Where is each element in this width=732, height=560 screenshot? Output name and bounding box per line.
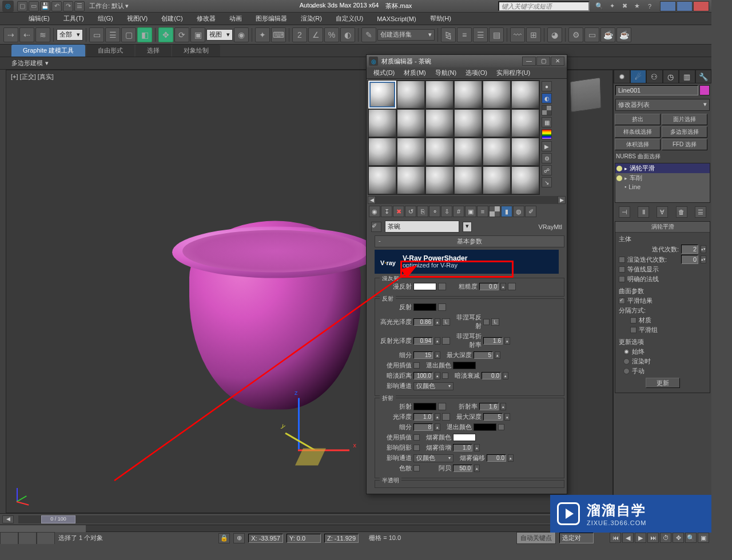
material-slot[interactable] bbox=[368, 166, 396, 194]
qat-save-icon[interactable]: 💾 bbox=[40, 1, 50, 11]
tab-create-icon[interactable]: ✹ bbox=[614, 70, 630, 83]
show-end-result-icon[interactable]: ≡ bbox=[477, 206, 488, 217]
menu-create[interactable]: 创建(C) bbox=[156, 13, 188, 24]
iterations-spinner[interactable]: 2 bbox=[681, 245, 698, 254]
refr-affect-combo[interactable]: 仅颜色▾ bbox=[413, 454, 453, 462]
selection-filter-combo[interactable]: 全部▾ bbox=[57, 29, 83, 41]
select-by-mat-icon[interactable]: ☍ bbox=[542, 165, 552, 175]
spinner-arrows-icon[interactable]: ▴ bbox=[435, 413, 440, 421]
fog-mult-spinner[interactable]: 1.0 bbox=[453, 444, 472, 451]
material-slot[interactable] bbox=[511, 138, 539, 166]
menu-rendering[interactable]: 渲染(R) bbox=[295, 13, 328, 24]
menu-maxscript[interactable]: MAXScript(M) bbox=[371, 14, 421, 23]
stack-turbosmooth[interactable]: ▸涡轮平滑 bbox=[615, 163, 710, 173]
abbe-spinner[interactable]: 50.0 bbox=[453, 465, 472, 472]
spinner-arrows-icon[interactable]: ▴ bbox=[508, 454, 514, 462]
maximize-button[interactable] bbox=[677, 1, 693, 11]
layers-icon[interactable]: ☰ bbox=[473, 27, 488, 42]
time-slider-handle[interactable]: 0 / 100 bbox=[41, 515, 75, 523]
lamp-icon[interactable] bbox=[616, 166, 622, 171]
material-slot[interactable] bbox=[483, 166, 511, 194]
material-slot[interactable] bbox=[425, 81, 453, 109]
play-back-icon[interactable]: ◀ bbox=[622, 533, 634, 543]
workspace-label[interactable]: 工作台: 默认 bbox=[89, 2, 124, 10]
named-sel-combo[interactable]: 创建选择集▾ bbox=[377, 29, 435, 41]
hgloss-lock-button[interactable]: L bbox=[442, 318, 450, 326]
show-in-viewport-icon[interactable]: ▣ bbox=[465, 206, 476, 217]
spinner-snap-icon[interactable]: ◐ bbox=[340, 27, 355, 42]
smooth-result-checkbox[interactable] bbox=[619, 298, 625, 304]
lamp-icon[interactable] bbox=[616, 175, 622, 181]
select-name-icon[interactable]: ☰ bbox=[105, 27, 120, 42]
options-icon[interactable]: ⚙ bbox=[542, 153, 552, 163]
material-slot[interactable] bbox=[511, 109, 539, 137]
sb-btn[interactable] bbox=[18, 532, 37, 544]
nav-pan-icon[interactable]: ✥ bbox=[673, 533, 684, 543]
material-slot[interactable] bbox=[368, 109, 396, 137]
ior-spinner[interactable]: 1.6 bbox=[479, 403, 499, 410]
select-scale-icon[interactable]: ▣ bbox=[190, 27, 205, 42]
ribbon-tab-objectpaint[interactable]: 对象绘制 bbox=[172, 45, 220, 57]
configure-sets-icon[interactable]: ☰ bbox=[695, 206, 706, 218]
mod-btn-polysel[interactable]: 多边形选择 bbox=[662, 126, 707, 138]
material-slot[interactable] bbox=[454, 81, 482, 109]
spinner-arrows-icon[interactable]: ▴ bbox=[435, 337, 440, 345]
app-logo[interactable]: ◎ bbox=[2, 1, 14, 12]
scroll-left-icon[interactable]: ◀ bbox=[368, 196, 376, 204]
rollout-basic-params-header[interactable]: - 基本参数 bbox=[375, 235, 564, 247]
refl-affect-combo[interactable]: 仅颜色▾ bbox=[413, 382, 453, 390]
use-pivot-icon[interactable]: ◉ bbox=[234, 27, 249, 42]
search-icon[interactable]: 🔍 bbox=[594, 1, 604, 11]
qat-project-icon[interactable]: ☰ bbox=[74, 1, 85, 11]
tab-motion-icon[interactable]: ◷ bbox=[663, 70, 679, 83]
play-prev-icon[interactable]: ⏮ bbox=[610, 533, 621, 543]
video-check-icon[interactable] bbox=[542, 129, 552, 139]
spinner-arrows-icon[interactable]: ▴ bbox=[495, 351, 500, 359]
gizmo-y-axis[interactable] bbox=[285, 433, 315, 451]
put-to-library-icon[interactable]: ⇩ bbox=[441, 206, 452, 217]
ribbon-tab-selection[interactable]: 选择 bbox=[136, 45, 171, 57]
roughness-spinner[interactable]: 0.0 bbox=[479, 283, 499, 290]
dim-falloff-spinner[interactable]: 0.0 bbox=[482, 372, 501, 379]
update-button[interactable]: 更新 bbox=[646, 378, 680, 388]
material-slot[interactable] bbox=[454, 166, 482, 194]
select-link-icon[interactable]: ⇢ bbox=[3, 27, 18, 42]
mateditor-titlebar[interactable]: ◎ 材质编辑器 - 茶碗 — ▢ ✕ bbox=[367, 55, 567, 67]
material-slot[interactable] bbox=[397, 81, 425, 109]
update-manual-radio[interactable] bbox=[623, 368, 630, 374]
qat-open-icon[interactable]: ▭ bbox=[29, 1, 39, 11]
menu-views[interactable]: 视图(V) bbox=[121, 13, 154, 24]
qat-new-icon[interactable]: ▢ bbox=[17, 1, 27, 11]
material-slot[interactable] bbox=[511, 166, 539, 194]
material-slot[interactable] bbox=[483, 81, 511, 109]
sep-material-checkbox[interactable] bbox=[630, 317, 636, 323]
snap-percent-icon[interactable]: % bbox=[324, 27, 339, 42]
spinner-arrows-icon[interactable]: ▴ bbox=[474, 444, 480, 451]
material-slot-selected[interactable] bbox=[368, 81, 396, 109]
mateditor-close[interactable]: ✕ bbox=[551, 57, 564, 66]
coord-z[interactable]: Z: -11.929 bbox=[324, 534, 359, 543]
tab-display-icon[interactable]: ▥ bbox=[679, 70, 695, 83]
tab-utilities-icon[interactable]: 🔧 bbox=[695, 70, 712, 83]
make-copy-icon[interactable]: ⎘ bbox=[417, 206, 428, 217]
menu-edit[interactable]: 编辑(E) bbox=[23, 13, 55, 24]
show-end-result-icon[interactable]: Ⅱ bbox=[638, 206, 649, 218]
coord-y[interactable]: Y: 0.0 bbox=[287, 534, 321, 543]
refr-exit-checkbox[interactable] bbox=[498, 424, 504, 430]
refract-color-swatch[interactable] bbox=[413, 403, 436, 410]
rollout-header[interactable]: 涡轮平滑 bbox=[615, 222, 710, 233]
backlight-icon[interactable]: ◐ bbox=[542, 93, 552, 103]
render-production-icon[interactable]: ☕ bbox=[600, 27, 615, 42]
time-config-icon[interactable]: ⏱ bbox=[660, 533, 671, 543]
menu-help[interactable]: 帮助(H) bbox=[424, 13, 457, 24]
layer-explorer-icon[interactable]: ▤ bbox=[489, 27, 504, 42]
fresnel-checkbox[interactable] bbox=[483, 319, 490, 325]
material-slot[interactable] bbox=[425, 138, 453, 166]
make-unique-icon[interactable]: ∀ bbox=[657, 206, 668, 218]
me-menu-options[interactable]: 选项(O) bbox=[462, 68, 491, 78]
modifier-stack[interactable]: ▸涡轮平滑 ▸车削 ▪Line bbox=[615, 163, 710, 203]
me-menu-navigation[interactable]: 导航(N) bbox=[432, 68, 460, 78]
ribbon-panel-dropdown-icon[interactable]: ▾ bbox=[45, 59, 49, 67]
affect-shadow-checkbox[interactable] bbox=[413, 445, 420, 451]
viewport-label[interactable]: [+] [正交] [真实] bbox=[11, 73, 54, 81]
